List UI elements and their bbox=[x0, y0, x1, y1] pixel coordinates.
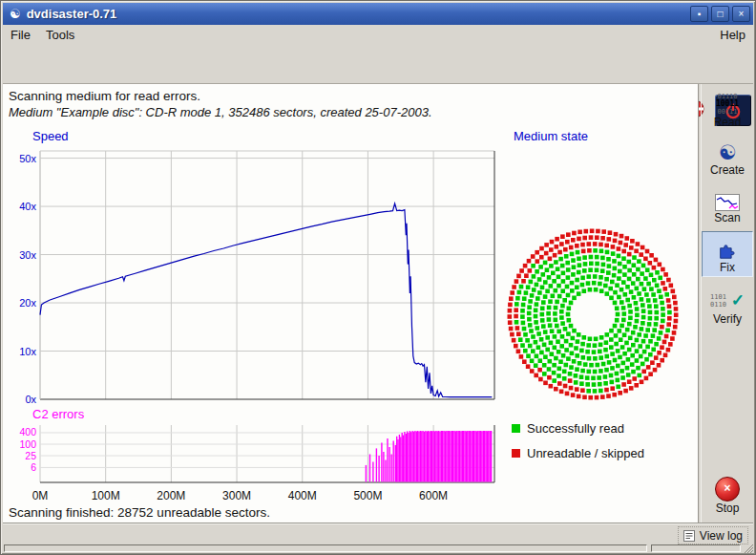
stop-x-icon: × bbox=[715, 477, 740, 502]
svg-text:100: 100 bbox=[19, 438, 36, 450]
yin-yang-icon: ☯ bbox=[719, 142, 737, 163]
scan-button[interactable]: Scan bbox=[702, 183, 753, 227]
menu-help[interactable]: Help bbox=[712, 26, 753, 45]
fix-button[interactable]: Fix bbox=[702, 231, 753, 277]
window-title: dvdisaster-0.71 bbox=[27, 7, 690, 21]
svg-text:25: 25 bbox=[25, 450, 36, 461]
status-headline: Scanning medium for read errors. bbox=[9, 89, 200, 103]
svg-text:0x: 0x bbox=[25, 394, 36, 405]
svg-text:40x: 40x bbox=[19, 201, 36, 212]
legend-good: Successfully read bbox=[512, 421, 624, 436]
scan-graph-icon bbox=[715, 194, 740, 211]
scan-canvas: Scanning medium for read errors. Medium … bbox=[3, 84, 698, 523]
legend-bad-swatch bbox=[512, 449, 520, 458]
legend-bad-label: Unreadable / skipped bbox=[527, 446, 644, 460]
medium-state-title: Medium state bbox=[514, 129, 588, 143]
svg-text:100M: 100M bbox=[92, 489, 120, 502]
resize-grip[interactable] bbox=[743, 544, 753, 553]
legend-good-swatch bbox=[512, 424, 520, 433]
bottom-bar: View log bbox=[3, 523, 753, 544]
view-log-label: View log bbox=[700, 529, 743, 543]
fix-button-label: Fix bbox=[720, 261, 735, 274]
disc-state-graphic bbox=[496, 220, 689, 413]
legend-bad: Unreadable / skipped bbox=[512, 446, 644, 460]
verify-button-label: Verify bbox=[713, 312, 742, 326]
c2-chart-title: C2 errors bbox=[32, 407, 84, 421]
svg-text:200M: 200M bbox=[157, 489, 185, 502]
svg-text:300M: 300M bbox=[222, 489, 251, 502]
speed-and-c2-chart: 0M100M200M300M400M500M600M0x10x20x30x40x… bbox=[5, 143, 501, 508]
verify-check-icon: 1101 0110 ✓ bbox=[710, 291, 745, 312]
app-window: ☯ dvdisaster-0.71 ▪ □ × File Tools Help … bbox=[0, 0, 756, 555]
svg-text:0M: 0M bbox=[32, 489, 49, 502]
svg-text:30x: 30x bbox=[19, 249, 36, 261]
toolbar: Optical drive 52X FW 1.02 ▼ 01111001 bbox=[3, 45, 753, 84]
menu-tools[interactable]: Tools bbox=[38, 26, 82, 45]
legend-good-label: Successfully read bbox=[527, 421, 624, 436]
menu-spacer bbox=[82, 26, 712, 45]
svg-text:600M: 600M bbox=[419, 489, 448, 502]
menubar: File Tools Help bbox=[3, 26, 753, 45]
stop-button-label: Stop bbox=[716, 502, 740, 515]
verify-button[interactable]: 1101 0110 ✓ Verify bbox=[702, 281, 753, 329]
svg-text:10x: 10x bbox=[19, 346, 36, 357]
create-button[interactable]: ☯ Create bbox=[702, 136, 753, 180]
statusbar-panel-right bbox=[651, 544, 741, 552]
close-button[interactable]: × bbox=[732, 6, 750, 22]
puzzle-piece-icon bbox=[717, 240, 738, 261]
svg-text:50x: 50x bbox=[19, 153, 36, 164]
titlebar[interactable]: ☯ dvdisaster-0.71 ▪ □ × bbox=[3, 3, 753, 25]
maximize-button[interactable]: □ bbox=[711, 6, 729, 22]
result-text: Scanning finished: 28752 unreadable sect… bbox=[9, 505, 270, 520]
read-button-label: Read bbox=[714, 116, 742, 129]
svg-text:400: 400 bbox=[19, 426, 36, 438]
svg-text:20x: 20x bbox=[19, 297, 36, 309]
create-button-label: Create bbox=[710, 163, 745, 177]
statusbar bbox=[3, 544, 753, 553]
binary-read-icon: 01110 10011 00111 bbox=[716, 93, 739, 116]
svg-text:6: 6 bbox=[31, 461, 36, 473]
log-icon bbox=[683, 530, 695, 542]
statusbar-panel bbox=[4, 544, 647, 552]
status-subline: Medium "Example disc": CD-R mode 1, 3524… bbox=[9, 105, 432, 119]
app-icon: ☯ bbox=[10, 3, 21, 25]
scan-button-label: Scan bbox=[714, 211, 740, 224]
read-button[interactable]: 01110 10011 00111 Read bbox=[702, 88, 753, 132]
svg-text:400M: 400M bbox=[288, 489, 317, 502]
stop-button[interactable]: × Stop bbox=[702, 474, 753, 518]
minimize-button[interactable]: ▪ bbox=[690, 6, 708, 22]
speed-chart-title: Speed bbox=[32, 129, 69, 143]
svg-text:500M: 500M bbox=[353, 489, 382, 502]
menu-file[interactable]: File bbox=[3, 26, 38, 45]
view-log-button[interactable]: View log bbox=[678, 526, 748, 544]
